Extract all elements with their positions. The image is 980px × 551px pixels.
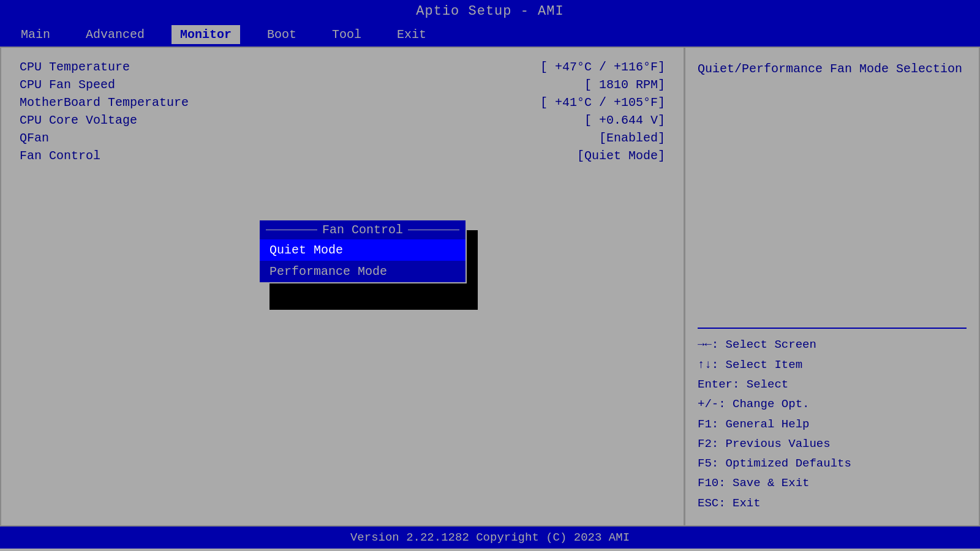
help-text: Quiet/Performance Fan Mode Selection xyxy=(698,60,967,309)
title-bar: Aptio Setup - AMI xyxy=(0,0,980,23)
shortcut-item: ESC: Exit xyxy=(698,493,967,513)
popup-box: Fan ControlQuiet ModePerformance Mode xyxy=(258,219,467,283)
setting-label: QFan xyxy=(20,131,228,145)
footer-text: Version 2.22.1282 Copyright (C) 2023 AMI xyxy=(350,531,630,544)
shortcut-item: F10: Save & Exit xyxy=(698,473,967,493)
shortcut-item: ↑↓: Select Item xyxy=(698,355,967,375)
setting-value: [Quiet Mode] xyxy=(577,149,665,163)
setting-value: [Enabled] xyxy=(599,131,665,145)
popup-title-line: Fan Control xyxy=(260,220,466,239)
shortcut-item: Enter: Select xyxy=(698,375,967,394)
setting-value: [ +47°C / +116°F] xyxy=(540,60,665,74)
setting-row: CPU Fan Speed[ 1810 RPM] xyxy=(20,78,665,92)
setting-value: [ 1810 RPM] xyxy=(584,78,665,92)
popup-option[interactable]: Quiet Mode xyxy=(260,239,466,261)
divider xyxy=(698,328,967,329)
setting-label: CPU Fan Speed xyxy=(20,78,228,92)
app-title: Aptio Setup - AMI xyxy=(416,4,564,19)
shortcuts-list: →←: Select Screen↑↓: Select ItemEnter: S… xyxy=(698,335,967,513)
shortcut-item: F5: Optimized Defaults xyxy=(698,454,967,473)
nav-item-monitor[interactable]: Monitor xyxy=(172,25,240,44)
setting-label: Fan Control xyxy=(20,149,228,163)
setting-row: CPU Temperature[ +47°C / +116°F] xyxy=(20,60,665,74)
shortcut-item: F1: General Help xyxy=(698,414,967,434)
left-panel: CPU Temperature[ +47°C / +116°F]CPU Fan … xyxy=(1,48,685,525)
nav-item-advanced[interactable]: Advanced xyxy=(77,25,153,44)
nav-item-exit[interactable]: Exit xyxy=(388,25,435,44)
popup-title: Fan Control xyxy=(322,223,403,237)
popup-option[interactable]: Performance Mode xyxy=(260,261,466,282)
setting-value: [ +41°C / +105°F] xyxy=(540,96,665,110)
setting-label: CPU Core Voltage xyxy=(20,113,228,127)
fan-control-popup: Fan ControlQuiet ModePerformance Mode xyxy=(258,219,467,283)
setting-label: CPU Temperature xyxy=(20,60,228,74)
nav-item-main[interactable]: Main xyxy=(12,25,59,44)
nav-bar: MainAdvancedMonitorBootToolExit xyxy=(0,23,980,47)
nav-item-boot[interactable]: Boot xyxy=(258,25,305,44)
nav-item-tool[interactable]: Tool xyxy=(323,25,370,44)
setting-row: MotherBoard Temperature[ +41°C / +105°F] xyxy=(20,96,665,110)
right-panel: Quiet/Performance Fan Mode Selection →←:… xyxy=(685,48,979,525)
setting-row: QFan[Enabled] xyxy=(20,131,665,145)
shortcut-item: →←: Select Screen xyxy=(698,335,967,354)
shortcut-item: +/-: Change Opt. xyxy=(698,394,967,414)
main-layout: CPU Temperature[ +47°C / +116°F]CPU Fan … xyxy=(0,47,980,527)
setting-row: CPU Core Voltage[ +0.644 V] xyxy=(20,113,665,127)
setting-label: MotherBoard Temperature xyxy=(20,96,228,110)
setting-value: [ +0.644 V] xyxy=(584,113,665,127)
footer: Version 2.22.1282 Copyright (C) 2023 AMI xyxy=(0,527,980,549)
setting-row: Fan Control[Quiet Mode] xyxy=(20,149,665,163)
shortcut-item: F2: Previous Values xyxy=(698,434,967,454)
